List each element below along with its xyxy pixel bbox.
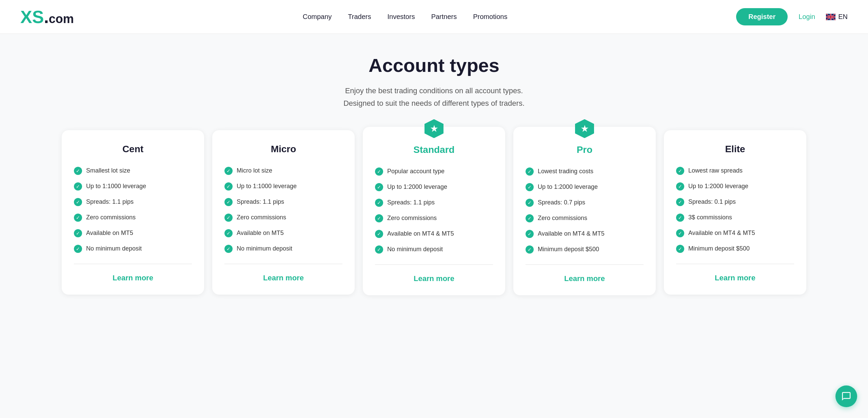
list-item: ✓Micro lot size [224, 167, 342, 175]
check-icon: ✓ [676, 229, 684, 237]
card-cent: Cent ✓Smallest lot size ✓Up to 1:1000 le… [62, 130, 204, 295]
header-right: Register Login EN [736, 8, 848, 25]
check-icon: ✓ [224, 167, 233, 175]
learn-more-cent[interactable]: Learn more [74, 274, 192, 282]
list-item: ✓Zero commissions [224, 214, 342, 222]
login-button[interactable]: Login [798, 13, 815, 21]
list-item: ✓Minimum deposit $500 [676, 245, 794, 253]
check-icon: ✓ [375, 183, 383, 191]
card-elite: Elite ✓Lowest raw spreads ✓Up to 1:2000 … [664, 130, 806, 295]
check-icon: ✓ [526, 214, 534, 222]
check-icon: ✓ [526, 245, 534, 254]
list-item: ✓Zero commissions [74, 214, 192, 222]
nav-partners[interactable]: Partners [431, 13, 457, 21]
main-nav: Company Traders Investors Partners Promo… [303, 13, 508, 21]
check-icon: ✓ [74, 198, 82, 206]
list-item: ✓Lowest trading costs [526, 167, 644, 176]
page-subtitle: Enjoy the best trading conditions on all… [14, 84, 854, 110]
check-icon: ✓ [375, 245, 383, 254]
learn-more-standard[interactable]: Learn more [375, 274, 493, 283]
list-item: ✓Minimum deposit $500 [526, 245, 644, 254]
list-item: ✓Smallest lot size [74, 167, 192, 175]
lang-code: EN [838, 13, 848, 21]
card-divider [676, 264, 794, 264]
card-elite-features: ✓Lowest raw spreads ✓Up to 1:2000 levera… [676, 167, 794, 253]
list-item: ✓Lowest raw spreads [676, 167, 794, 175]
page-title: Account types [14, 54, 854, 76]
card-pro-title: Pro [526, 144, 644, 155]
list-item: ✓Spreads: 0.1 pips [676, 198, 794, 206]
nav-traders[interactable]: Traders [348, 13, 371, 21]
list-item: ✓Zero commissions [375, 214, 493, 222]
list-item: ✓Popular account type [375, 167, 493, 176]
nav-company[interactable]: Company [303, 13, 332, 21]
check-icon: ✓ [375, 167, 383, 176]
check-icon: ✓ [676, 245, 684, 253]
register-button[interactable]: Register [736, 8, 788, 25]
check-icon: ✓ [375, 214, 383, 222]
card-standard-features: ✓Popular account type ✓Up to 1:2000 leve… [375, 167, 493, 254]
list-item: ✓Up to 1:2000 leverage [526, 183, 644, 191]
header: XS.com Company Traders Investors Partner… [0, 0, 868, 34]
list-item: ✓Up to 1:2000 leverage [375, 183, 493, 191]
check-icon: ✓ [526, 230, 534, 238]
check-icon: ✓ [224, 182, 233, 191]
card-elite-title: Elite [676, 144, 794, 155]
logo-xs: XS [20, 8, 44, 26]
check-icon: ✓ [526, 167, 534, 176]
learn-more-pro[interactable]: Learn more [526, 274, 644, 283]
check-icon: ✓ [375, 230, 383, 238]
card-micro: Micro ✓Micro lot size ✓Up to 1:1000 leve… [212, 130, 355, 295]
list-item: ✓Available on MT4 & MT5 [676, 229, 794, 237]
logo-dot: . [44, 8, 48, 26]
learn-more-elite[interactable]: Learn more [676, 274, 794, 282]
card-pro-features: ✓Lowest trading costs ✓Up to 1:2000 leve… [526, 167, 644, 254]
card-standard-title: Standard [375, 144, 493, 155]
list-item: ✓Available on MT4 & MT5 [375, 230, 493, 238]
check-icon: ✓ [74, 245, 82, 253]
check-icon: ✓ [526, 183, 534, 191]
list-item: ✓Spreads: 1.1 pips [375, 199, 493, 207]
list-item: ✓Available on MT5 [224, 229, 342, 237]
list-item: ✓Spreads: 0.7 pips [526, 199, 644, 207]
list-item: ✓Up to 1:1000 leverage [224, 182, 342, 191]
featured-badge-standard: ★ [425, 119, 443, 138]
check-icon: ✓ [74, 214, 82, 222]
check-icon: ✓ [74, 167, 82, 175]
check-icon: ✓ [526, 199, 534, 207]
logo-com: com [49, 13, 74, 25]
check-icon: ✓ [74, 182, 82, 191]
list-item: ✓Available on MT5 [74, 229, 192, 237]
card-cent-title: Cent [74, 144, 192, 155]
check-icon: ✓ [375, 199, 383, 207]
logo[interactable]: XS.com [20, 8, 74, 26]
card-standard: ★ Standard ✓Popular account type ✓Up to … [363, 127, 505, 295]
card-micro-features: ✓Micro lot size ✓Up to 1:1000 leverage ✓… [224, 167, 342, 253]
list-item: ✓3$ commissions [676, 214, 794, 222]
check-icon: ✓ [74, 229, 82, 237]
flag-icon [826, 14, 835, 20]
check-icon: ✓ [676, 214, 684, 222]
check-icon: ✓ [224, 214, 233, 222]
list-item: ✓No minimum deposit [224, 245, 342, 253]
check-icon: ✓ [676, 198, 684, 206]
card-micro-title: Micro [224, 144, 342, 155]
card-divider [224, 264, 342, 264]
list-item: ✓Available on MT4 & MT5 [526, 230, 644, 238]
nav-promotions[interactable]: Promotions [473, 13, 507, 21]
check-icon: ✓ [676, 182, 684, 191]
check-icon: ✓ [224, 229, 233, 237]
list-item: ✓Up to 1:2000 leverage [676, 182, 794, 191]
learn-more-micro[interactable]: Learn more [224, 274, 342, 282]
list-item: ✓Spreads: 1.1 pips [74, 198, 192, 206]
card-divider [375, 264, 493, 265]
check-icon: ✓ [676, 167, 684, 175]
star-icon: ★ [575, 119, 594, 138]
list-item: ✓Zero commissions [526, 214, 644, 222]
star-icon: ★ [425, 119, 443, 138]
list-item: ✓No minimum deposit [375, 245, 493, 254]
language-selector[interactable]: EN [826, 13, 848, 21]
list-item: ✓Spreads: 1.1 pips [224, 198, 342, 206]
featured-badge-pro: ★ [575, 119, 594, 138]
nav-investors[interactable]: Investors [387, 13, 415, 21]
